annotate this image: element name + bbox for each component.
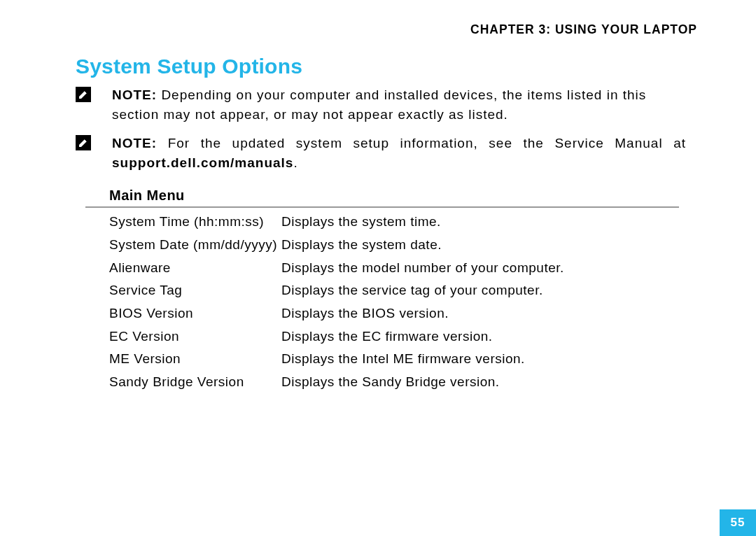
- option-desc: Displays the system time.: [281, 213, 686, 231]
- option-table: System Time (hh:mm:ss) Displays the syst…: [109, 213, 686, 391]
- note-pencil-icon: [76, 87, 91, 102]
- note-block-1: NOTE: Depending on your computer and ins…: [76, 85, 686, 124]
- table-row: EC Version Displays the EC firmware vers…: [109, 328, 686, 346]
- option-desc: Displays the Sandy Bridge version.: [281, 374, 686, 391]
- option-name: Sandy Bridge Version: [109, 374, 281, 391]
- option-name: ME Version: [109, 351, 281, 368]
- table-row: Alienware Displays the model number of y…: [109, 260, 686, 277]
- note-link: support.dell.com/manuals: [112, 155, 293, 170]
- chapter-header: CHAPTER 3: USING YOUR LAPTOP: [470, 22, 697, 37]
- option-desc: Displays the BIOS version.: [281, 305, 686, 323]
- option-name: BIOS Version: [109, 305, 281, 323]
- note-label: NOTE:: [112, 136, 157, 150]
- page-number-tab: 55: [720, 509, 756, 536]
- note-text: NOTE: Depending on your computer and ins…: [112, 85, 686, 124]
- option-desc: Displays the EC firmware version.: [281, 328, 686, 346]
- table-row: Sandy Bridge Version Displays the Sandy …: [109, 374, 686, 391]
- table-row: ME Version Displays the Intel ME firmwar…: [109, 351, 686, 368]
- note-body: Depending on your computer and installed…: [112, 87, 646, 122]
- option-name: System Time (hh:mm:ss): [109, 213, 281, 231]
- option-desc: Displays the service tag of your compute…: [281, 282, 686, 299]
- table-row: System Time (hh:mm:ss) Displays the syst…: [109, 213, 686, 231]
- table-row: BIOS Version Displays the BIOS version.: [109, 305, 686, 323]
- page-content: System Setup Options NOTE: Depending on …: [76, 55, 686, 397]
- option-name: EC Version: [109, 328, 281, 346]
- section-title: System Setup Options: [76, 55, 686, 78]
- option-desc: Displays the system date.: [281, 237, 686, 254]
- option-desc: Displays the Intel ME firmware version.: [281, 351, 686, 368]
- note-body-prefix: For the updated system setup information…: [157, 136, 686, 150]
- option-name: Service Tag: [109, 282, 281, 299]
- note-body-suffix: .: [293, 155, 298, 170]
- divider: [85, 206, 679, 208]
- note-text: NOTE: For the updated system setup infor…: [112, 134, 686, 172]
- menu-title: Main Menu: [109, 188, 686, 204]
- option-name: Alienware: [109, 260, 281, 277]
- option-name: System Date (mm/dd/yyyy): [109, 237, 281, 254]
- option-desc: Displays the model number of your comput…: [281, 260, 686, 277]
- note-label: NOTE:: [112, 87, 157, 102]
- table-row: Service Tag Displays the service tag of …: [109, 282, 686, 299]
- note-block-2: NOTE: For the updated system setup infor…: [76, 134, 686, 172]
- note-pencil-icon: [76, 135, 91, 150]
- table-row: System Date (mm/dd/yyyy) Displays the sy…: [109, 237, 686, 254]
